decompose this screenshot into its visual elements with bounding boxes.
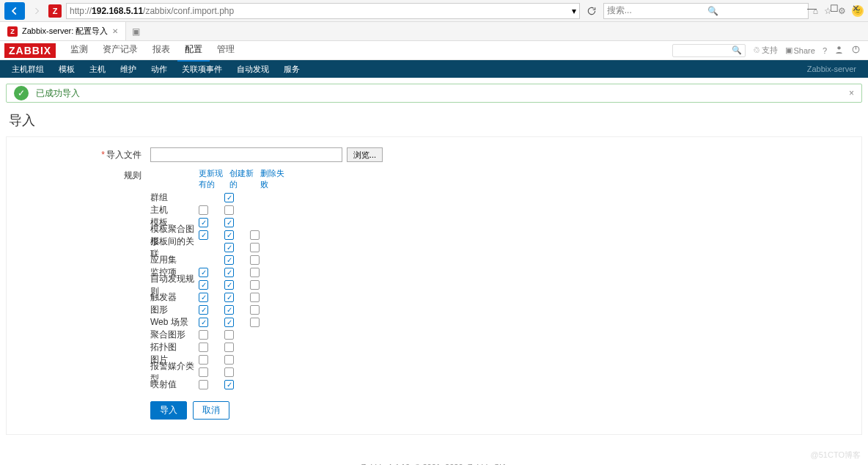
checkbox[interactable]: [224, 243, 234, 252]
rule-row: 聚合图形: [150, 329, 291, 341]
reload-icon: [586, 6, 597, 16]
rules-label: 规则: [7, 168, 150, 183]
checkbox[interactable]: [199, 330, 208, 340]
browser-search[interactable]: 搜索... 🔍: [603, 3, 809, 19]
cancel-button[interactable]: 取消: [193, 401, 229, 420]
checkbox[interactable]: [224, 330, 234, 340]
checkbox[interactable]: [224, 205, 234, 215]
checkbox[interactable]: [250, 268, 260, 277]
checkbox[interactable]: [199, 280, 208, 290]
top-menu-item[interactable]: 资产记录: [95, 39, 145, 62]
share-link[interactable]: ▣ Share: [785, 45, 815, 55]
rule-row: 映射值: [150, 378, 291, 391]
top-menu-item[interactable]: 监测: [63, 39, 95, 62]
checkbox[interactable]: [199, 268, 208, 277]
rule-row: 拓扑图: [150, 341, 291, 354]
tab-close[interactable]: ✕: [112, 27, 118, 35]
checkbox[interactable]: [250, 243, 260, 252]
checkbox[interactable]: [199, 318, 208, 327]
checkbox[interactable]: [224, 268, 234, 277]
import-button[interactable]: 导入: [150, 401, 187, 420]
sub-nav: 主机群组模板主机维护动作关联项事件自动发现服务Zabbix-server: [0, 60, 868, 78]
checkbox[interactable]: [224, 293, 234, 302]
header-search[interactable]: 🔍: [672, 44, 746, 57]
zabbix-logo[interactable]: ZABBIX: [4, 43, 56, 58]
back-button[interactable]: [4, 2, 25, 20]
checkbox[interactable]: [224, 343, 234, 352]
checkbox[interactable]: [250, 293, 260, 302]
checkbox[interactable]: [224, 305, 234, 315]
sub-nav-item[interactable]: 维护: [113, 64, 144, 75]
checkbox[interactable]: [199, 305, 208, 315]
user-icon[interactable]: [834, 45, 844, 56]
power-icon[interactable]: [851, 45, 861, 56]
top-menu-item[interactable]: 报表: [145, 39, 177, 62]
sub-nav-item[interactable]: 关联项事件: [174, 64, 229, 75]
checkbox[interactable]: [224, 355, 234, 365]
top-menu-item[interactable]: 管理: [210, 39, 242, 62]
top-menu: 监测资产记录报表配置管理: [63, 39, 242, 62]
tab-favicon: Z: [7, 26, 18, 37]
forward-button[interactable]: [29, 4, 44, 18]
col-delete: 删除失败: [260, 168, 291, 190]
checkbox[interactable]: [199, 380, 208, 389]
checkbox[interactable]: [250, 305, 260, 315]
checkbox[interactable]: [250, 255, 260, 265]
top-menu-item[interactable]: 配置: [177, 39, 210, 62]
checkbox[interactable]: [199, 343, 208, 352]
rule-label: 拓扑图: [150, 341, 199, 354]
checkbox[interactable]: [224, 280, 234, 290]
checkbox[interactable]: [199, 218, 208, 227]
window-minimize[interactable]: —: [807, 3, 817, 14]
browse-button[interactable]: 浏览...: [347, 147, 383, 162]
rule-row: 群组: [150, 191, 291, 204]
page-title: 导入: [0, 107, 868, 136]
address-bar[interactable]: http://192.168.5.11/zabbix/conf.import.p…: [66, 3, 580, 19]
col-create: 创建新的: [229, 168, 260, 190]
search-icon: 🔍: [707, 6, 805, 16]
rule-label: 聚合图形: [150, 329, 199, 341]
tab-zabbix[interactable]: Z Zabbix-server: 配置导入 ✕: [0, 22, 126, 40]
footer-text: Zabbix 4.4.10. © 2001–2020, Zabbix SIA: [0, 441, 868, 465]
support-link[interactable]: ♲ 支持: [753, 45, 778, 56]
checkbox[interactable]: [224, 193, 234, 202]
new-tab-button[interactable]: ▣: [126, 26, 146, 37]
sub-nav-item[interactable]: 模板: [51, 64, 82, 75]
rule-row: 图形: [150, 304, 291, 316]
dropdown-icon[interactable]: ▾: [572, 6, 576, 16]
checkbox[interactable]: [224, 318, 234, 327]
checkbox[interactable]: [224, 255, 234, 265]
checkbox[interactable]: [199, 367, 208, 377]
checkbox[interactable]: [199, 205, 208, 215]
zabbix-header: ZABBIX 监测资产记录报表配置管理 🔍 ♲ 支持 ▣ Share ?: [0, 41, 868, 60]
checkbox[interactable]: [250, 230, 260, 240]
checkbox[interactable]: [250, 280, 260, 290]
browser-toolbar: Z http://192.168.5.11/zabbix/conf.import…: [0, 0, 868, 22]
rule-row: 报警媒介类型: [150, 366, 291, 378]
checkbox[interactable]: [224, 218, 234, 227]
window-maximize[interactable]: ☐: [830, 3, 839, 14]
watermark: @51CTO博客: [811, 450, 861, 461]
help-icon[interactable]: ?: [823, 46, 827, 55]
checkbox[interactable]: [250, 318, 260, 327]
checkbox[interactable]: [224, 380, 234, 389]
sub-nav-item[interactable]: 主机: [82, 64, 113, 75]
sub-nav-item[interactable]: 服务: [276, 64, 307, 75]
checkbox[interactable]: [224, 230, 234, 240]
file-input[interactable]: [150, 147, 342, 162]
checkbox[interactable]: [199, 355, 208, 365]
rule-label: 群组: [150, 191, 199, 204]
sub-nav-item[interactable]: 动作: [144, 64, 174, 75]
rule-label: Web 场景: [150, 316, 199, 329]
checkbox[interactable]: [199, 230, 208, 240]
banner-close[interactable]: ×: [842, 88, 861, 98]
rule-label: 应用集: [150, 254, 199, 266]
rule-label: 触发器: [150, 291, 199, 304]
sub-nav-item[interactable]: 自动发现: [229, 64, 276, 75]
window-close[interactable]: ✕: [852, 3, 859, 14]
server-name: Zabbix-server: [800, 65, 864, 73]
reload-button[interactable]: [584, 4, 599, 18]
checkbox[interactable]: [199, 293, 208, 302]
checkbox[interactable]: [224, 367, 234, 377]
sub-nav-item[interactable]: 主机群组: [4, 64, 51, 75]
